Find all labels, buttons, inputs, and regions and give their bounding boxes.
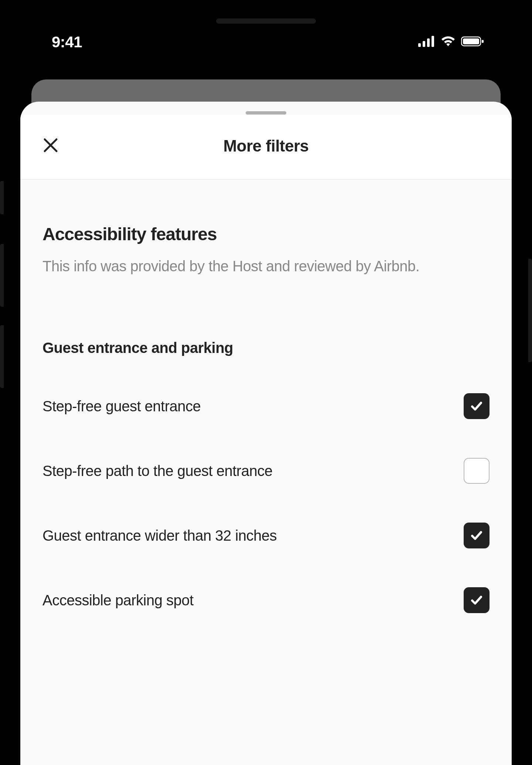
group-title: Guest entrance and parking [42,340,490,356]
status-icons [418,36,484,48]
filter-row-accessible-parking[interactable]: Accessible parking spot [42,587,490,613]
sheet-content[interactable]: Accessibility features This info was pro… [20,180,512,613]
volume-down-button [0,325,4,388]
wifi-icon [440,36,456,48]
volume-switch [0,181,4,214]
close-button[interactable] [42,137,59,155]
volume-up-button [0,244,4,307]
sheet-title: More filters [42,137,490,155]
filter-label: Guest entrance wider than 32 inches [42,525,331,546]
checkbox-step-free-entrance[interactable] [464,393,490,419]
filter-label: Accessible parking spot [42,590,331,611]
power-button [528,259,532,362]
sheet-header: More filters [20,115,512,180]
svg-rect-1 [423,41,425,47]
svg-rect-0 [418,43,421,47]
svg-rect-6 [482,40,484,43]
phone-notch [216,18,316,24]
filter-label: Step-free guest entrance [42,396,331,416]
svg-rect-5 [463,38,479,44]
check-icon [469,528,484,543]
section-subtitle: This info was provided by the Host and r… [42,255,490,277]
sheet-drag-handle[interactable] [246,111,286,115]
phone-screen: 9:41 [11,7,521,765]
close-icon [42,137,59,153]
check-icon [469,593,484,608]
checkbox-step-free-path[interactable] [464,458,490,484]
status-time: 9:41 [52,33,82,51]
battery-icon [461,36,484,48]
filters-sheet: More filters Accessibility features This… [20,102,512,765]
status-bar: 9:41 [11,7,521,66]
svg-rect-2 [427,38,430,47]
filter-row-step-free-path[interactable]: Step-free path to the guest entrance [42,458,490,484]
cellular-signal-icon [418,36,435,48]
filter-row-step-free-entrance[interactable]: Step-free guest entrance [42,393,490,419]
checkbox-accessible-parking[interactable] [464,587,490,613]
section-title: Accessibility features [42,224,490,244]
filter-row-wide-entrance[interactable]: Guest entrance wider than 32 inches [42,523,490,548]
svg-rect-3 [432,36,434,47]
checkbox-wide-entrance[interactable] [464,523,490,548]
check-icon [469,399,484,414]
filter-label: Step-free path to the guest entrance [42,460,331,481]
